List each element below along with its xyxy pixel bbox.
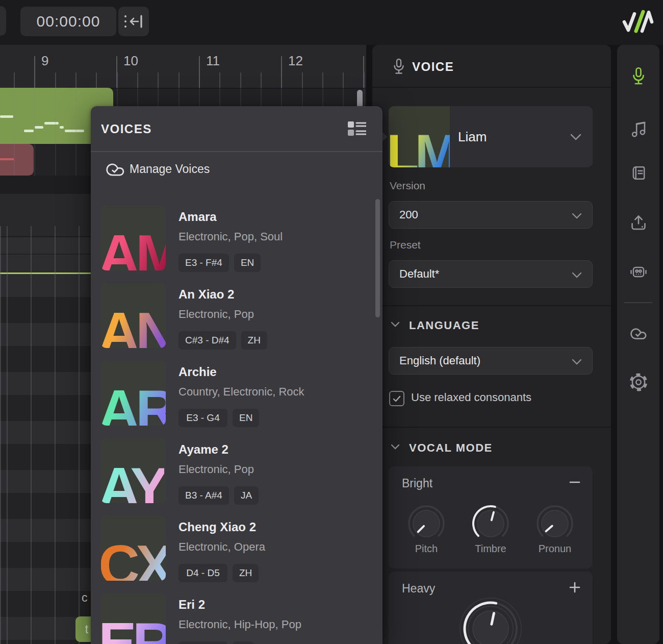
voice-avatar: AN [101, 283, 166, 348]
voice-avatar: AY [101, 438, 166, 503]
preset-label: Preset [390, 239, 421, 251]
selected-voice-name: Liam [458, 129, 487, 145]
gear-icon [628, 372, 649, 392]
voices-scrollbar-thumb[interactable] [375, 199, 380, 317]
sidebar-divider [624, 302, 652, 303]
section-divider [372, 427, 611, 428]
sidebar-tab-dictionary[interactable] [629, 165, 648, 182]
preset-value: Default* [399, 267, 439, 281]
heavy-main-knob[interactable] [455, 593, 526, 644]
voice-range-badge [178, 641, 227, 644]
voice-range-badge: D4 - D5 [178, 564, 227, 582]
vocal-mode-section-title[interactable]: VOCAL MODE [409, 441, 493, 455]
pronun-knob[interactable] [533, 502, 576, 545]
voice-avatar-initials: AY [101, 459, 164, 503]
voice-avatar-initials: AN [101, 304, 166, 348]
voice-language-badge: JA [234, 486, 259, 505]
timbre-knob-label: Timbre [460, 543, 521, 555]
relaxed-consonants-checkbox[interactable] [389, 391, 404, 406]
vocal-mode-group-heavy: Heavy [389, 572, 593, 644]
ruler-label-12: 12 [288, 53, 303, 69]
ruler-label-11: 11 [206, 53, 220, 69]
language-value: English (default) [399, 354, 480, 367]
voice-language-badge: EN [233, 409, 259, 427]
voice-avatar-initials: ER [101, 614, 166, 644]
voice-name-dropdown[interactable]: Liam [450, 106, 593, 167]
voice-language-badge: ZH [241, 331, 267, 350]
section-divider [372, 305, 611, 306]
preset-select[interactable]: Default* [389, 260, 593, 288]
language-select[interactable]: English (default) [389, 347, 593, 375]
voice-avatar: AM [101, 206, 166, 270]
synthv-logo-icon [621, 8, 654, 36]
voice-language-badge: EN [234, 254, 261, 272]
sidebar-tab-notes[interactable] [629, 120, 648, 137]
voice-genres: Electronic, Pop [178, 308, 254, 321]
voice-name: Amara [178, 210, 217, 224]
timecode-value: 00:00:00 [37, 13, 100, 30]
voice-avatar-initials: AM [101, 227, 166, 270]
collapse-chevron-icon[interactable] [391, 444, 400, 450]
app-window: 00:00:00 [0, 0, 663, 644]
selected-voice-avatar[interactable]: LM [389, 106, 450, 167]
vocal-mode-group-bright: Bright Pitch Ti [389, 466, 593, 568]
right-sidebar [617, 45, 659, 644]
language-section-title[interactable]: LANGUAGE [409, 319, 479, 332]
note-lyric: t [85, 623, 88, 636]
voice-avatar: ER [101, 593, 166, 644]
voice-name: An Xiao 2 [178, 287, 234, 302]
voice-list-item[interactable]: AR Archie Country, Electronic, Rock E3 -… [91, 361, 382, 438]
voice-list-item[interactable]: AN An Xiao 2 Electronic, Pop C#3 - D#4 Z… [91, 283, 382, 361]
chevron-down-icon [572, 213, 582, 219]
sidebar-tab-settings[interactable] [628, 372, 649, 392]
version-select[interactable]: 200 [389, 201, 593, 229]
voice-avatar-initials: CX [101, 537, 166, 581]
pitch-knob-label: Pitch [396, 543, 457, 555]
voices-popup: VOICES Ma [91, 106, 382, 644]
ruler-label-10: 10 [123, 53, 138, 69]
toolbar-partial-button[interactable] [0, 6, 6, 36]
voice-avatar-initials: LM [389, 127, 450, 167]
voice-genres: Electronic, Pop [178, 463, 254, 476]
sidebar-tab-voice[interactable] [630, 67, 647, 86]
sidebar-tab-ai-retakes[interactable] [629, 263, 648, 281]
skip-back-icon [123, 14, 144, 29]
timecode-display[interactable]: 00:00:00 [20, 7, 116, 36]
group-name: Heavy [402, 582, 435, 596]
vocal-clip-red[interactable] [0, 144, 34, 176]
minus-icon[interactable] [568, 476, 581, 489]
voice-genres: Electronic, Hip-Hop, Pop [178, 618, 301, 631]
collapse-chevron-icon[interactable] [391, 321, 400, 327]
vertical-scrollbar-thumb[interactable] [357, 90, 363, 108]
book-icon [629, 165, 648, 182]
sidebar-tab-cloud-library[interactable] [628, 325, 649, 341]
note-lyric-label: c [82, 591, 88, 605]
version-value: 200 [399, 208, 418, 221]
timeline-ruler[interactable]: 9 10 11 12 [0, 45, 366, 89]
plus-icon[interactable] [568, 581, 581, 594]
list-view-icon[interactable] [348, 121, 366, 136]
voice-name: Cheng Xiao 2 [178, 520, 256, 534]
voice-name: Archie [178, 365, 217, 379]
sidebar-tab-export[interactable] [629, 214, 648, 231]
voice-genres: Country, Electronic, Rock [178, 385, 304, 399]
ruler-major-ticks [0, 56, 366, 88]
manage-voices-label: Manage Voices [130, 162, 210, 176]
voice-list-item[interactable]: CX Cheng Xiao 2 Electronic, Opera D4 - D… [91, 516, 382, 593]
note-segment [35, 126, 43, 129]
chevron-down-icon [570, 134, 581, 140]
voice-name: Eri 2 [178, 598, 205, 612]
manage-voices-button[interactable]: Manage Voices [91, 152, 382, 191]
voice-list-item[interactable]: AY Ayame 2 Electronic, Pop B3 - A#4 JA [91, 438, 382, 516]
version-label: Version [390, 180, 425, 192]
voice-list-item[interactable]: AM Amara Electronic, Pop, Soul E3 - F#4 … [91, 206, 382, 283]
return-to-start-button[interactable] [118, 7, 149, 36]
music-note-icon [629, 120, 648, 137]
voice-panel-header: VOICE [372, 45, 611, 88]
timbre-knob[interactable] [469, 502, 512, 545]
pitch-knob[interactable] [405, 502, 448, 545]
cloud-check-icon [104, 159, 126, 178]
voice-range-badge: E3 - F#4 [178, 254, 229, 272]
voice-list-item[interactable]: ER Eri 2 Electronic, Hip-Hop, Pop [91, 593, 382, 644]
voice-genres: Electronic, Pop, Soul [178, 230, 283, 243]
